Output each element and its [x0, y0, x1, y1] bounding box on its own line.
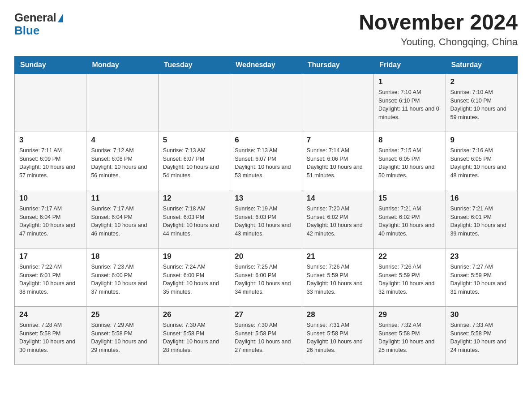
- calendar-cell: 10Sunrise: 7:17 AMSunset: 6:04 PMDayligh…: [15, 190, 86, 248]
- day-info: Sunrise: 7:20 AMSunset: 6:02 PMDaylight:…: [307, 205, 369, 238]
- weekday-header-wednesday: Wednesday: [230, 56, 302, 73]
- day-number: 22: [378, 252, 441, 261]
- day-number: 19: [163, 252, 225, 261]
- calendar-cell: [86, 73, 158, 132]
- weekday-header-sunday: Sunday: [15, 56, 86, 73]
- logo-blue-text: Blue: [14, 24, 39, 38]
- day-info: Sunrise: 7:30 AMSunset: 5:58 PMDaylight:…: [235, 321, 297, 355]
- calendar-subtitle: Youting, Chongqing, China: [359, 36, 518, 48]
- day-number: 6: [235, 136, 297, 145]
- page-header: General Blue November 2024 Youting, Chon…: [14, 11, 518, 48]
- calendar-cell: 13Sunrise: 7:19 AMSunset: 6:03 PMDayligh…: [230, 190, 302, 248]
- day-info: Sunrise: 7:14 AMSunset: 6:06 PMDaylight:…: [307, 146, 369, 180]
- calendar-table: SundayMondayTuesdayWednesdayThursdayFrid…: [14, 56, 518, 365]
- calendar-week-row: 17Sunrise: 7:22 AMSunset: 6:01 PMDayligh…: [15, 248, 518, 306]
- day-info: Sunrise: 7:32 AMSunset: 5:58 PMDaylight:…: [378, 321, 441, 355]
- calendar-cell: 6Sunrise: 7:13 AMSunset: 6:07 PMDaylight…: [230, 132, 302, 190]
- day-number: 27: [235, 310, 297, 319]
- calendar-week-row: 10Sunrise: 7:17 AMSunset: 6:04 PMDayligh…: [15, 190, 518, 248]
- day-number: 14: [307, 194, 369, 203]
- day-number: 26: [163, 310, 225, 319]
- day-number: 16: [450, 194, 513, 203]
- day-info: Sunrise: 7:27 AMSunset: 5:59 PMDaylight:…: [450, 263, 513, 296]
- calendar-cell: 3Sunrise: 7:11 AMSunset: 6:09 PMDaylight…: [15, 132, 86, 190]
- calendar-cell: 27Sunrise: 7:30 AMSunset: 5:58 PMDayligh…: [230, 306, 302, 364]
- day-number: 3: [19, 136, 82, 145]
- day-number: 29: [378, 310, 441, 319]
- day-info: Sunrise: 7:23 AMSunset: 6:00 PMDaylight:…: [91, 263, 153, 296]
- calendar-cell: 22Sunrise: 7:26 AMSunset: 5:59 PMDayligh…: [374, 248, 446, 306]
- title-block: November 2024 Youting, Chongqing, China: [359, 11, 518, 48]
- calendar-cell: [302, 73, 373, 132]
- day-number: 21: [307, 252, 369, 261]
- calendar-cell: 24Sunrise: 7:28 AMSunset: 5:58 PMDayligh…: [15, 306, 86, 364]
- day-number: 28: [307, 310, 369, 319]
- weekday-header-monday: Monday: [86, 56, 158, 73]
- weekday-header-thursday: Thursday: [302, 56, 373, 73]
- day-number: 25: [91, 310, 153, 319]
- day-number: 24: [19, 310, 82, 319]
- calendar-cell: 4Sunrise: 7:12 AMSunset: 6:08 PMDaylight…: [86, 132, 158, 190]
- calendar-cell: 14Sunrise: 7:20 AMSunset: 6:02 PMDayligh…: [302, 190, 373, 248]
- logo: General Blue: [14, 11, 63, 38]
- calendar-cell: 7Sunrise: 7:14 AMSunset: 6:06 PMDaylight…: [302, 132, 373, 190]
- day-number: 18: [91, 252, 153, 261]
- day-number: 7: [307, 136, 369, 145]
- calendar-cell: 12Sunrise: 7:18 AMSunset: 6:03 PMDayligh…: [158, 190, 230, 248]
- calendar-cell: 18Sunrise: 7:23 AMSunset: 6:00 PMDayligh…: [86, 248, 158, 306]
- day-info: Sunrise: 7:17 AMSunset: 6:04 PMDaylight:…: [91, 205, 153, 238]
- calendar-cell: 11Sunrise: 7:17 AMSunset: 6:04 PMDayligh…: [86, 190, 158, 248]
- day-info: Sunrise: 7:18 AMSunset: 6:03 PMDaylight:…: [163, 205, 225, 238]
- day-info: Sunrise: 7:26 AMSunset: 5:59 PMDaylight:…: [307, 263, 369, 296]
- day-info: Sunrise: 7:16 AMSunset: 6:05 PMDaylight:…: [450, 146, 513, 180]
- day-info: Sunrise: 7:13 AMSunset: 6:07 PMDaylight:…: [163, 146, 225, 180]
- day-info: Sunrise: 7:12 AMSunset: 6:08 PMDaylight:…: [91, 146, 153, 180]
- calendar-cell: 26Sunrise: 7:30 AMSunset: 5:58 PMDayligh…: [158, 306, 230, 364]
- calendar-cell: 28Sunrise: 7:31 AMSunset: 5:58 PMDayligh…: [302, 306, 373, 364]
- calendar-cell: 2Sunrise: 7:10 AMSunset: 6:10 PMDaylight…: [446, 73, 517, 132]
- calendar-week-row: 24Sunrise: 7:28 AMSunset: 5:58 PMDayligh…: [15, 306, 518, 364]
- day-info: Sunrise: 7:29 AMSunset: 5:58 PMDaylight:…: [91, 321, 153, 355]
- day-info: Sunrise: 7:25 AMSunset: 6:00 PMDaylight:…: [235, 263, 297, 296]
- calendar-cell: 17Sunrise: 7:22 AMSunset: 6:01 PMDayligh…: [15, 248, 86, 306]
- calendar-cell: 23Sunrise: 7:27 AMSunset: 5:59 PMDayligh…: [446, 248, 517, 306]
- day-info: Sunrise: 7:26 AMSunset: 5:59 PMDaylight:…: [378, 263, 441, 296]
- calendar-cell: 30Sunrise: 7:33 AMSunset: 5:58 PMDayligh…: [446, 306, 517, 364]
- calendar-cell: 5Sunrise: 7:13 AMSunset: 6:07 PMDaylight…: [158, 132, 230, 190]
- day-info: Sunrise: 7:10 AMSunset: 6:10 PMDaylight:…: [450, 88, 513, 122]
- day-info: Sunrise: 7:31 AMSunset: 5:58 PMDaylight:…: [307, 321, 369, 355]
- calendar-cell: [230, 73, 302, 132]
- calendar-title: November 2024: [359, 11, 518, 34]
- day-number: 17: [19, 252, 82, 261]
- day-number: 20: [235, 252, 297, 261]
- day-number: 12: [163, 194, 225, 203]
- calendar-cell: 15Sunrise: 7:21 AMSunset: 6:02 PMDayligh…: [374, 190, 446, 248]
- day-info: Sunrise: 7:21 AMSunset: 6:02 PMDaylight:…: [378, 205, 441, 238]
- calendar-cell: 25Sunrise: 7:29 AMSunset: 5:58 PMDayligh…: [86, 306, 158, 364]
- day-info: Sunrise: 7:22 AMSunset: 6:01 PMDaylight:…: [19, 263, 82, 296]
- day-info: Sunrise: 7:33 AMSunset: 5:58 PMDaylight:…: [450, 321, 513, 355]
- calendar-cell: [15, 73, 86, 132]
- calendar-cell: [158, 73, 230, 132]
- calendar-week-row: 3Sunrise: 7:11 AMSunset: 6:09 PMDaylight…: [15, 132, 518, 190]
- calendar-cell: 20Sunrise: 7:25 AMSunset: 6:00 PMDayligh…: [230, 248, 302, 306]
- day-number: 23: [450, 252, 513, 261]
- day-number: 2: [450, 77, 513, 86]
- calendar-cell: 29Sunrise: 7:32 AMSunset: 5:58 PMDayligh…: [374, 306, 446, 364]
- day-info: Sunrise: 7:11 AMSunset: 6:09 PMDaylight:…: [19, 146, 82, 180]
- day-info: Sunrise: 7:13 AMSunset: 6:07 PMDaylight:…: [235, 146, 297, 180]
- calendar-cell: 16Sunrise: 7:21 AMSunset: 6:01 PMDayligh…: [446, 190, 517, 248]
- day-info: Sunrise: 7:19 AMSunset: 6:03 PMDaylight:…: [235, 205, 297, 238]
- day-info: Sunrise: 7:30 AMSunset: 5:58 PMDaylight:…: [163, 321, 225, 355]
- day-number: 15: [378, 194, 441, 203]
- day-info: Sunrise: 7:24 AMSunset: 6:00 PMDaylight:…: [163, 263, 225, 296]
- day-number: 5: [163, 136, 225, 145]
- day-info: Sunrise: 7:17 AMSunset: 6:04 PMDaylight:…: [19, 205, 82, 238]
- day-info: Sunrise: 7:15 AMSunset: 6:05 PMDaylight:…: [378, 146, 441, 180]
- weekday-header-friday: Friday: [374, 56, 446, 73]
- day-number: 11: [91, 194, 153, 203]
- day-number: 30: [450, 310, 513, 319]
- day-info: Sunrise: 7:28 AMSunset: 5:58 PMDaylight:…: [19, 321, 82, 355]
- day-number: 1: [378, 77, 441, 86]
- calendar-cell: 1Sunrise: 7:10 AMSunset: 6:10 PMDaylight…: [374, 73, 446, 132]
